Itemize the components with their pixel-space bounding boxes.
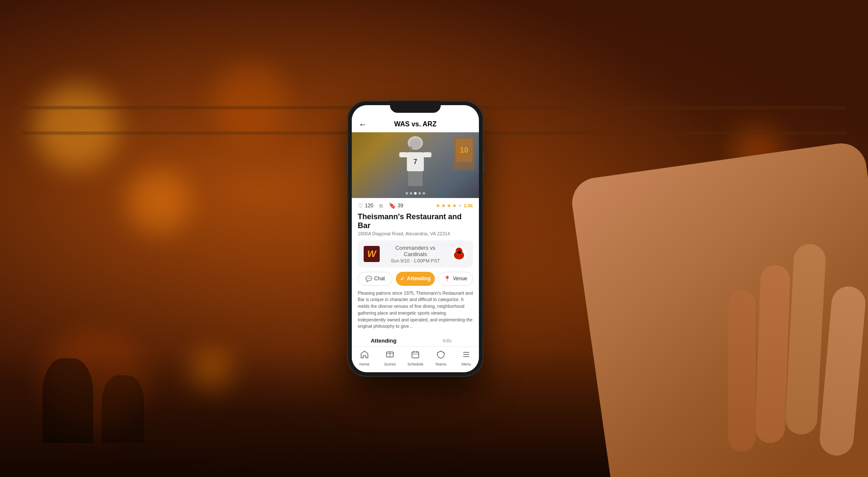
jersey-display: 10 — [456, 139, 473, 162]
svg-rect-20 — [412, 352, 419, 358]
nav-menu[interactable]: Menu — [453, 350, 479, 366]
image-dots — [406, 192, 425, 195]
bokeh-2 — [127, 170, 191, 233]
tab-attending-label: Attending — [371, 338, 397, 344]
game-card: W Commanders vs Cardinals Sun 9/10 · 1:0… — [358, 240, 473, 268]
game-info: Commanders vs Cardinals Sun 9/10 · 1:00P… — [384, 245, 447, 263]
venue-button[interactable]: 📍 Venue — [438, 272, 473, 286]
home-icon — [360, 350, 369, 361]
star-4: ★ — [452, 203, 457, 209]
dot-3-active — [414, 192, 417, 195]
schedule-icon — [411, 350, 420, 361]
share-action[interactable]: ⎋ — [379, 202, 383, 209]
star-2: ★ — [441, 203, 446, 209]
menu-icon — [462, 350, 470, 361]
svg-rect-4 — [399, 152, 408, 157]
vs-text: vs — [430, 245, 435, 251]
nav-teams[interactable]: Teams — [428, 350, 453, 366]
commanders-logo: W — [364, 246, 380, 262]
nav-scores-label: Scores — [384, 362, 396, 366]
dot-1 — [406, 192, 408, 195]
nav-schedule-label: Schedule — [407, 362, 423, 366]
nav-menu-label: Menu — [462, 362, 471, 366]
venue-name: Theismann's Restaurant and Bar — [358, 212, 473, 230]
phone-device: ← WAS vs. ARZ 7 — [348, 101, 483, 377]
chat-icon: 💬 — [365, 276, 372, 282]
rating-row: ★ ★ ★ ★ ★ 2.8k — [436, 203, 473, 209]
bookmark-icon: 🔖 — [389, 202, 396, 209]
chat-label: Chat — [374, 276, 385, 282]
volume-down-button — [346, 160, 348, 173]
content-tabs: Attending Info — [352, 334, 479, 346]
bokeh-3 — [212, 64, 288, 140]
chat-button[interactable]: 💬 Chat — [358, 272, 392, 286]
dot-4 — [418, 192, 421, 195]
svg-rect-5 — [423, 152, 431, 157]
commanders-w: W — [364, 246, 380, 262]
nav-home-label: Home — [359, 362, 370, 366]
game-time: Sun 9/10 · 1:00PM PST — [384, 258, 447, 263]
hand-area — [487, 95, 868, 477]
cardinals-bird-svg — [451, 246, 467, 262]
rating-count: 2.8k — [464, 203, 473, 208]
phone-frame: ← WAS vs. ARZ 7 — [348, 101, 483, 377]
cardinals-logo — [451, 246, 467, 262]
game-matchup: Commanders vs Cardinals — [384, 245, 447, 257]
bookmark-action[interactable]: 🔖 39 — [389, 202, 403, 209]
bottom-navigation: Home Scores — [352, 346, 479, 372]
attending-label: Attending — [407, 276, 431, 282]
location-icon: 📍 — [444, 276, 451, 282]
player-illustration: 7 — [394, 134, 437, 194]
like-action[interactable]: ♡ 120 — [358, 202, 373, 209]
venue-label: Venue — [453, 276, 467, 282]
power-button — [483, 152, 484, 173]
content-inner: ♡ 120 ⎋ 🔖 39 ★ ★ ★ — [352, 198, 479, 330]
teams-icon — [437, 350, 445, 361]
home-team: Commanders — [395, 245, 428, 251]
content-scroll-area[interactable]: ♡ 120 ⎋ 🔖 39 ★ ★ ★ — [352, 198, 479, 346]
screen-title: WAS vs. ARZ — [394, 120, 437, 128]
volume-up-button — [346, 143, 348, 156]
check-icon: ✓ — [400, 276, 405, 282]
venue-address: 1800A Diagonal Road, Alexandria, VA 2231… — [358, 231, 473, 236]
notch — [390, 101, 441, 113]
share-icon: ⎋ — [379, 202, 383, 209]
dot-2 — [410, 192, 412, 195]
finger-4 — [728, 290, 756, 452]
hero-image: 7 10 — [352, 132, 479, 198]
nav-schedule[interactable]: Schedule — [403, 350, 428, 366]
away-team: Cardinals — [404, 251, 427, 257]
button-row: 💬 Chat ✓ Attending 📍 Venue — [358, 272, 473, 286]
tab-info[interactable]: Info — [415, 334, 479, 346]
svg-text:7: 7 — [414, 158, 417, 165]
tab-attending[interactable]: Attending — [352, 334, 415, 346]
svg-rect-6 — [408, 171, 423, 186]
bokeh-1 — [34, 85, 119, 170]
star-5-half: ★ — [458, 203, 462, 209]
nav-teams-label: Teams — [435, 362, 447, 366]
like-count: 120 — [365, 203, 373, 209]
attending-button[interactable]: ✓ Attending — [396, 272, 435, 286]
back-button[interactable]: ← — [359, 120, 367, 129]
person-silhouette-2 — [102, 375, 144, 443]
scores-icon — [386, 350, 394, 361]
star-3: ★ — [447, 203, 451, 209]
app-screen: ← WAS vs. ARZ 7 — [352, 105, 479, 372]
nav-scores[interactable]: Scores — [377, 350, 403, 366]
bookmark-count: 39 — [398, 203, 403, 209]
hero-image-inner: 7 10 — [352, 132, 479, 198]
tab-info-label: Info — [442, 338, 452, 344]
action-row: ♡ 120 ⎋ 🔖 39 ★ ★ ★ — [358, 202, 473, 209]
heart-icon: ♡ — [358, 202, 363, 209]
finger-3 — [755, 265, 791, 444]
svg-point-16 — [457, 251, 462, 254]
star-1: ★ — [436, 203, 440, 209]
dot-5 — [423, 192, 425, 195]
venue-description: Pleasing patrons since 1975, Theismann's… — [358, 290, 473, 330]
nav-home[interactable]: Home — [352, 350, 377, 366]
person-silhouette-1 — [42, 358, 93, 443]
